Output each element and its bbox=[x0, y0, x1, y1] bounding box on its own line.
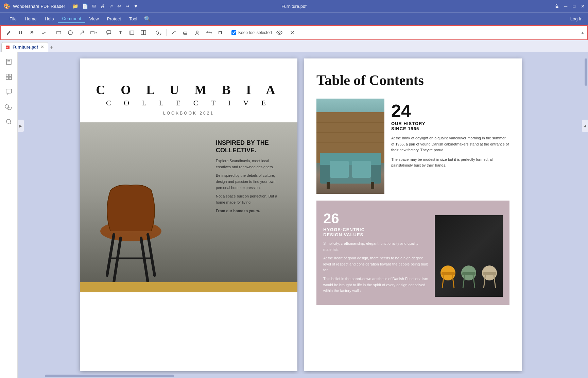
signature-dropdown-button[interactable]: ▾ bbox=[203, 28, 214, 38]
svg-point-12 bbox=[196, 31, 198, 33]
pencil-tool-button[interactable] bbox=[3, 28, 14, 38]
toc-number-1: 24 bbox=[391, 102, 509, 120]
tab-close-button[interactable]: ✕ bbox=[41, 45, 44, 49]
page1-content: C O L U M B I A C O L L E C T I V E LOOK… bbox=[80, 58, 297, 116]
menu-tool[interactable]: Tool bbox=[125, 15, 141, 23]
toc-sofa-image bbox=[316, 99, 384, 194]
tab-furniture-pdf[interactable]: P Furniture.pdf ✕ bbox=[1, 42, 48, 52]
search-icon[interactable]: 🔍 bbox=[144, 16, 151, 22]
menu-comment[interactable]: Comment bbox=[58, 15, 85, 23]
svg-line-33 bbox=[107, 235, 114, 275]
share-icon[interactable]: ↗ bbox=[109, 3, 113, 9]
svg-point-16 bbox=[278, 32, 280, 34]
redact-tool-button[interactable] bbox=[215, 28, 226, 38]
eye-tool-button[interactable] bbox=[274, 28, 285, 38]
callout-tool-button[interactable] bbox=[103, 28, 114, 38]
svg-rect-27 bbox=[9, 77, 12, 80]
inspired-p3: Not a space built on perfection. But a h… bbox=[216, 193, 284, 205]
file-icon[interactable]: 📄 bbox=[82, 3, 88, 9]
svg-point-13 bbox=[207, 32, 208, 32]
text-box-tool-button[interactable] bbox=[126, 28, 137, 38]
inspired-title: INSPIRED BY THE COLLECTIVE. bbox=[216, 139, 284, 154]
toolbar-separator-5 bbox=[228, 29, 228, 36]
bottom-scrollbar[interactable] bbox=[18, 374, 584, 378]
svg-rect-47 bbox=[320, 153, 381, 165]
left-panel-toggle[interactable]: ▶ bbox=[18, 120, 24, 132]
underline-tool-button[interactable]: U bbox=[15, 28, 26, 38]
chair-svg bbox=[90, 163, 185, 292]
attachment-tool-button[interactable] bbox=[153, 28, 164, 38]
svg-rect-28 bbox=[6, 89, 12, 93]
print-icon[interactable]: 🖨 bbox=[100, 3, 105, 9]
svg-rect-48 bbox=[330, 161, 349, 178]
title-bar: 🎨 Wondershare PDF Reader 📁 📄 ✉ 🖨 ↗ ↩ ↪ ▼… bbox=[0, 0, 588, 12]
window-controls: 🌤 ─ □ ✕ bbox=[554, 4, 585, 9]
new-tab-button[interactable]: + bbox=[50, 45, 53, 51]
toolbar-separator-2 bbox=[101, 29, 101, 36]
keep-tool-checkbox[interactable] bbox=[231, 30, 236, 35]
svg-rect-4 bbox=[91, 31, 94, 34]
sidebar-attachments-button[interactable] bbox=[3, 101, 15, 113]
svg-rect-24 bbox=[6, 74, 8, 76]
sidebar-bookmarks-button[interactable] bbox=[3, 56, 15, 68]
svg-rect-6 bbox=[130, 31, 134, 34]
toc-body-2b: At the heart of good design, there needs… bbox=[323, 255, 429, 273]
svg-line-0 bbox=[10, 31, 10, 32]
redo-icon[interactable]: ↪ bbox=[125, 3, 129, 9]
shapes-dropdown-button[interactable]: ▾ bbox=[88, 28, 99, 38]
comment-toolbar: U S ≡▾ ▾ T bbox=[0, 25, 588, 40]
text-area-tool-button[interactable] bbox=[138, 28, 149, 38]
svg-rect-25 bbox=[9, 74, 12, 76]
pdf-page-1: C O L U M B I A C O L L E C T I V E LOOK… bbox=[80, 58, 297, 371]
keep-tool-label: Keep tool selected bbox=[238, 30, 272, 35]
strikethrough-tool-button[interactable]: S bbox=[27, 28, 37, 38]
rectangle-tool-button[interactable] bbox=[53, 28, 64, 38]
inspired-p2: Be inspired by the details of culture, d… bbox=[216, 173, 284, 191]
maximize-button[interactable]: □ bbox=[573, 4, 575, 9]
svg-rect-9 bbox=[143, 31, 146, 35]
minimize-button[interactable]: ─ bbox=[564, 4, 567, 9]
clear-tool-button[interactable] bbox=[287, 28, 298, 38]
toc-entry-1: 24 OUR HISTORY SINCE 1965 At the brink o… bbox=[316, 99, 509, 194]
svg-line-31 bbox=[10, 123, 11, 124]
sidebar-thumbnails-button[interactable] bbox=[3, 71, 15, 83]
mail-icon[interactable]: ✉ bbox=[92, 3, 96, 9]
svg-point-14 bbox=[210, 32, 210, 33]
text-tool-button[interactable]: T bbox=[115, 28, 126, 38]
folder-icon[interactable]: 📁 bbox=[72, 3, 78, 9]
svg-rect-61 bbox=[483, 272, 496, 275]
undo-icon[interactable]: ↩ bbox=[117, 3, 121, 9]
collective-subtitle: C O L L E C T I V E bbox=[93, 99, 284, 107]
stamp-tool-button[interactable] bbox=[192, 28, 203, 38]
arrow-tool-button[interactable] bbox=[76, 28, 87, 38]
right-panel-toggle[interactable]: ◀ bbox=[582, 120, 588, 132]
scroll-thumb-horizontal[interactable] bbox=[45, 375, 174, 377]
pdf-content-area[interactable]: C O L U M B I A C O L L E C T I V E LOOK… bbox=[18, 52, 584, 378]
draw-tool-button[interactable] bbox=[169, 28, 179, 38]
circle-tool-button[interactable] bbox=[65, 28, 76, 38]
pdf-icon: P bbox=[6, 45, 10, 49]
close-button[interactable]: ✕ bbox=[581, 4, 585, 9]
toc-body-1a: At the brink of daylight on a quaint Van… bbox=[391, 135, 509, 153]
menu-protect[interactable]: Protect bbox=[103, 15, 125, 23]
columbia-title: C O L U M B I A bbox=[93, 82, 284, 97]
weather-icon: 🌤 bbox=[554, 4, 559, 9]
toolbar-collapse-button[interactable]: ▲ bbox=[581, 30, 585, 35]
menu-home[interactable]: Home bbox=[21, 15, 41, 23]
svg-text:P: P bbox=[6, 47, 8, 49]
tab-bar: P Furniture.pdf ✕ + bbox=[0, 40, 588, 52]
file-title: Furniture.pdf bbox=[281, 4, 307, 9]
erase-tool-button[interactable] bbox=[180, 28, 191, 38]
menu-view[interactable]: View bbox=[85, 15, 103, 23]
highlight-dropdown-button[interactable]: ≡▾ bbox=[38, 28, 49, 38]
sidebar-comments-button[interactable] bbox=[3, 86, 15, 98]
right-scrollbar[interactable] bbox=[584, 52, 588, 378]
menu-file[interactable]: File bbox=[5, 15, 21, 23]
sidebar-search-button[interactable] bbox=[3, 116, 15, 128]
sofa-visual bbox=[316, 99, 384, 194]
menu-help[interactable]: Help bbox=[41, 15, 58, 23]
scroll-thumb-vertical[interactable] bbox=[585, 58, 587, 86]
more-icon[interactable]: ▼ bbox=[134, 3, 138, 9]
login-button[interactable]: Log In bbox=[570, 16, 583, 21]
svg-line-35 bbox=[114, 238, 121, 282]
